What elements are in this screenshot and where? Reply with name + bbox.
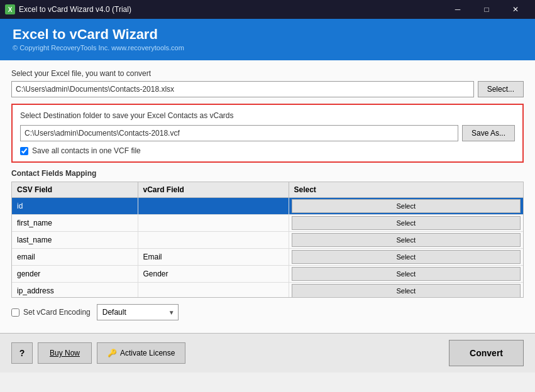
table-row[interactable]: ip_addressSelect <box>12 283 523 298</box>
save-all-label[interactable]: Save all contacts in one VCF file <box>32 146 141 155</box>
copyright-text: © Copyright RecoveryTools Inc. www.recov… <box>13 44 522 52</box>
activate-license-label: Activate License <box>120 349 175 357</box>
app-title: Excel to vCard Wizard <box>13 26 522 43</box>
app-icon: X <box>5 4 15 14</box>
csv-field-cell: gender <box>12 266 138 283</box>
encoding-select[interactable]: Default UTF-8 UTF-16 ASCII <box>97 304 179 320</box>
row-select-button[interactable]: Select <box>292 216 521 230</box>
csv-field-cell: ip_address <box>12 283 138 298</box>
vcard-field-cell <box>138 232 289 249</box>
csv-field-cell: last_name <box>12 232 138 249</box>
select-cell[interactable]: Select <box>289 266 523 283</box>
select-cell[interactable]: Select <box>289 215 523 232</box>
activate-license-button[interactable]: 🔑 Activate License <box>97 342 185 364</box>
select-cell[interactable]: Select <box>289 249 523 266</box>
col-header-select: Select <box>289 182 523 198</box>
save-as-button[interactable]: Save As... <box>462 125 515 141</box>
source-input-row: Select... <box>11 81 524 97</box>
vcard-field-cell: Email <box>138 249 289 266</box>
mapping-section: Contact Fields Mapping CSV Field vCard F… <box>11 169 524 298</box>
minimize-button[interactable]: ─ <box>443 0 472 19</box>
title-bar-text: Excel to vCard Wizard v4.0 (Trial) <box>19 5 131 14</box>
encoding-checkbox-label[interactable]: Set vCard Encoding <box>11 308 91 317</box>
save-all-checkbox-row: Save all contacts in one VCF file <box>20 146 515 155</box>
col-header-csv: CSV Field <box>12 182 138 198</box>
title-bar-controls: ─ □ ✕ <box>443 0 530 19</box>
app-header: Excel to vCard Wizard © Copyright Recove… <box>0 19 535 60</box>
vcard-field-cell <box>138 283 289 298</box>
row-select-button[interactable]: Select <box>292 250 521 264</box>
row-select-button[interactable]: Select <box>292 267 521 281</box>
table-row[interactable]: last_nameSelect <box>12 232 523 249</box>
row-select-button[interactable]: Select <box>292 233 521 247</box>
select-cell[interactable]: Select <box>289 232 523 249</box>
source-section: Select your Excel file, you want to conv… <box>11 69 524 97</box>
table-row[interactable]: genderGenderSelect <box>12 266 523 283</box>
mapping-title: Contact Fields Mapping <box>11 169 524 178</box>
csv-field-cell: email <box>12 249 138 266</box>
encoding-checkbox[interactable] <box>11 308 19 317</box>
encoding-select-wrapper: Default UTF-8 UTF-16 ASCII ▼ <box>97 304 179 320</box>
select-cell[interactable]: Select <box>289 198 523 215</box>
destination-label: Select Destination folder to save your E… <box>20 111 515 120</box>
convert-button[interactable]: Convert <box>449 340 524 366</box>
save-all-checkbox[interactable] <box>20 147 28 155</box>
mapping-header-row: CSV Field vCard Field Select <box>12 182 523 198</box>
key-icon: 🔑 <box>108 349 117 357</box>
footer: ? Buy Now 🔑 Activate License Convert <box>0 333 535 373</box>
mapping-table-body: idSelectfirst_nameSelectlast_nameSelecte… <box>12 198 523 298</box>
help-button[interactable]: ? <box>11 342 33 364</box>
vcard-field-cell <box>138 215 289 232</box>
mapping-table-container[interactable]: CSV Field vCard Field Select idSelectfir… <box>11 182 524 298</box>
table-row[interactable]: idSelect <box>12 198 523 215</box>
destination-file-input[interactable] <box>20 125 458 141</box>
title-bar: X Excel to vCard Wizard v4.0 (Trial) ─ □… <box>0 0 535 19</box>
vcard-field-cell: Gender <box>138 266 289 283</box>
maximize-button[interactable]: □ <box>472 0 501 19</box>
row-select-button[interactable]: Select <box>292 199 521 213</box>
destination-section: Select Destination folder to save your E… <box>11 104 524 163</box>
table-row[interactable]: first_nameSelect <box>12 215 523 232</box>
buy-now-button[interactable]: Buy Now <box>38 342 92 364</box>
col-header-vcard: vCard Field <box>138 182 289 198</box>
csv-field-cell: id <box>12 198 138 215</box>
source-label: Select your Excel file, you want to conv… <box>11 69 524 78</box>
title-bar-left: X Excel to vCard Wizard v4.0 (Trial) <box>5 4 131 14</box>
destination-input-row: Save As... <box>20 125 515 141</box>
csv-field-cell: first_name <box>12 215 138 232</box>
mapping-table-head: CSV Field vCard Field Select <box>12 182 523 198</box>
source-select-button[interactable]: Select... <box>478 81 524 97</box>
row-select-button[interactable]: Select <box>292 284 521 298</box>
close-button[interactable]: ✕ <box>501 0 530 19</box>
main-content: Select your Excel file, you want to conv… <box>0 60 535 333</box>
mapping-table: CSV Field vCard Field Select idSelectfir… <box>12 182 523 298</box>
footer-left: ? Buy Now 🔑 Activate License <box>11 342 185 364</box>
vcard-field-cell <box>138 198 289 215</box>
encoding-row: Set vCard Encoding Default UTF-8 UTF-16 … <box>11 304 524 320</box>
select-cell[interactable]: Select <box>289 283 523 298</box>
source-file-input[interactable] <box>11 81 474 97</box>
encoding-label-text: Set vCard Encoding <box>23 308 91 317</box>
table-row[interactable]: emailEmailSelect <box>12 249 523 266</box>
